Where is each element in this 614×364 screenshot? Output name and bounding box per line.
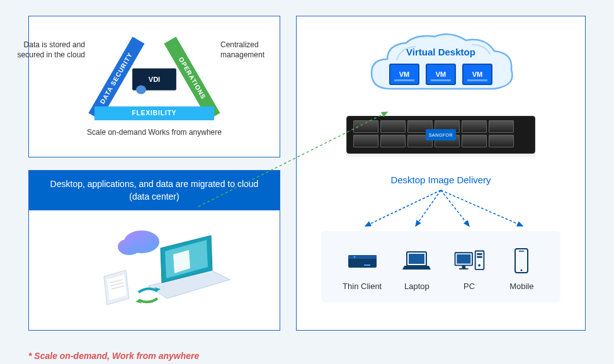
svg-rect-33	[519, 251, 524, 252]
client-label: PC	[463, 282, 475, 291]
client-label: Thin Client	[343, 282, 382, 291]
svg-rect-18	[348, 255, 377, 259]
migration-illustration-icon	[66, 217, 242, 317]
vdi-label: VDI	[149, 76, 160, 83]
svg-point-30	[478, 264, 480, 267]
infrastructure-panel: Virtual Desktop VM VM VM SANGFOR De	[296, 16, 586, 331]
vm-box: VM	[426, 64, 456, 85]
svg-rect-31	[515, 249, 528, 273]
svg-rect-28	[477, 253, 482, 255]
client-mobile: Mobile	[504, 247, 539, 291]
migration-panel: Desktop, applications, and data are migr…	[28, 170, 280, 331]
vm-box: VM	[462, 64, 492, 85]
svg-line-16	[441, 190, 523, 226]
vdi-triangle-panel: Data is stored and secured in the cloud …	[28, 16, 280, 157]
label-data-security: Data is stored and secured in the cloud	[13, 40, 85, 60]
svg-point-19	[353, 256, 355, 258]
client-label: Laptop	[404, 282, 429, 291]
label-flexibility: Scale on-demand Works from anywhere	[87, 128, 222, 137]
server-brand: SANGFOR	[426, 129, 456, 140]
virtual-desktop-cloud: Virtual Desktop VM VM VM	[353, 29, 529, 111]
svg-line-14	[416, 190, 441, 226]
client-pc: PC	[452, 247, 487, 291]
vm-box: VM	[389, 64, 419, 85]
svg-rect-22	[409, 254, 424, 264]
svg-point-32	[521, 270, 523, 271]
svg-point-5	[118, 239, 140, 255]
laptop-icon	[399, 247, 434, 275]
side-flexibility: FLEXIBILITY	[94, 106, 214, 120]
delivery-title: Desktop Image Delivery	[390, 174, 491, 185]
thin-client-icon	[345, 247, 380, 275]
client-thin-client: Thin Client	[343, 247, 382, 291]
footnote: * Scale on-demand, Work from anywhere	[28, 351, 280, 361]
svg-rect-26	[459, 268, 469, 270]
server-rack: SANGFOR	[346, 116, 535, 160]
mobile-icon	[504, 247, 539, 275]
clients-box: Thin Client Laptop	[321, 231, 560, 302]
cloud-title: Virtual Desktop	[353, 47, 529, 57]
server-icon: SANGFOR	[346, 116, 535, 154]
svg-rect-29	[477, 256, 482, 258]
delivery-arrows-icon	[334, 187, 548, 231]
client-laptop: Laptop	[399, 247, 434, 291]
label-operations: Centralized management	[220, 40, 293, 60]
svg-line-15	[441, 190, 469, 226]
client-label: Mobile	[509, 282, 533, 291]
svg-line-13	[365, 190, 441, 226]
svg-rect-20	[364, 264, 370, 266]
svg-rect-25	[462, 265, 465, 268]
vdi-box-icon: VDI	[132, 68, 176, 90]
triangle-diagram: Data is stored and secured in the cloud …	[85, 29, 224, 120]
svg-rect-24	[457, 254, 470, 264]
migration-header: Desktop, applications, and data are migr…	[29, 171, 280, 210]
pc-icon	[452, 247, 487, 275]
